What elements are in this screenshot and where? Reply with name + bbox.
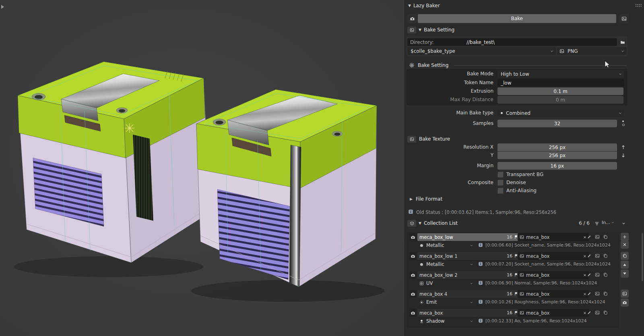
denoise-checkbox[interactable]: [497, 180, 504, 186]
row-name: meca_box_low 2: [419, 272, 505, 278]
channel-dropdown[interactable]: Emit: [417, 299, 475, 306]
clear-target-icon[interactable]: [583, 254, 587, 258]
row-name: meca_box: [419, 310, 505, 316]
duplicate-button[interactable]: [621, 252, 629, 260]
samples-field[interactable]: 32: [497, 120, 617, 127]
token-name-field[interactable]: _low: [497, 79, 624, 87]
add-collection-button[interactable]: [621, 233, 629, 241]
brush-icon[interactable]: [587, 291, 592, 296]
extrusion-slider[interactable]: 0.1 m: [497, 87, 623, 95]
info-icon: [478, 280, 483, 285]
arrow-up-icon[interactable]: [621, 145, 626, 150]
collection-row[interactable]: meca_box_low 2 16: [417, 271, 520, 279]
directory-field[interactable]: Directory: //bake_test\: [407, 38, 617, 46]
target-field[interactable]: meca_box: [518, 309, 589, 317]
target-field[interactable]: meca_box: [518, 233, 589, 241]
brush-icon[interactable]: [587, 253, 592, 258]
image-icon: [559, 49, 564, 54]
viewport-3d[interactable]: [0, 0, 405, 336]
image-icon: [407, 136, 416, 143]
image-icon[interactable]: [595, 272, 600, 277]
target-field[interactable]: meca_box: [518, 271, 589, 279]
panel-header[interactable]: ▼ Lazy Baker: [408, 3, 440, 8]
arrow-down-icon[interactable]: [621, 153, 626, 158]
name-pattern-dropdown[interactable]: $colle_$bake_type: [407, 47, 556, 55]
target-field[interactable]: meca_box: [518, 252, 589, 260]
collection-row[interactable]: meca_box 16: [417, 309, 520, 317]
image-icon[interactable]: [595, 291, 600, 296]
triangle-down-icon: [622, 271, 627, 276]
target-field[interactable]: meca_box: [518, 290, 589, 298]
resolution-y-label: Y: [407, 151, 493, 159]
move-up-button[interactable]: [621, 261, 629, 269]
chevron-down-icon: [470, 244, 473, 247]
resolution-x-field[interactable]: 256 px: [497, 143, 617, 151]
open-directory-button[interactable]: [618, 38, 627, 46]
mouse-cursor: [605, 60, 611, 68]
clear-target-icon[interactable]: [583, 292, 587, 296]
copy-icon[interactable]: [603, 291, 608, 296]
camera-toggle-button[interactable]: [409, 233, 417, 241]
image-slot-button[interactable]: [621, 290, 629, 298]
clear-target-icon[interactable]: [583, 311, 587, 315]
brush-icon[interactable]: [587, 272, 592, 277]
filter-type-dropdown[interactable]: In...: [602, 220, 615, 225]
margin-field[interactable]: 16 px: [497, 162, 617, 170]
collection-row[interactable]: meca_box_low 1 16: [417, 252, 520, 260]
bake-texture-title: Bake Texture: [419, 136, 450, 142]
image-icon[interactable]: [595, 234, 600, 239]
bake-mode-dropdown[interactable]: High to Low: [497, 70, 624, 78]
brush-icon[interactable]: [587, 310, 592, 315]
remove-collection-button[interactable]: [621, 241, 629, 249]
copy-icon[interactable]: [603, 234, 608, 239]
anti-aliasing-checkbox[interactable]: [497, 188, 504, 194]
camera-toggle-button[interactable]: [409, 271, 417, 279]
main-bake-type-dropdown[interactable]: Combined: [497, 109, 624, 117]
copy-icon[interactable]: [603, 310, 608, 315]
transparent-bg-checkbox[interactable]: [497, 172, 504, 178]
collection-list-header[interactable]: ▼ Collection List: [407, 220, 458, 227]
camera-toggle-button[interactable]: [409, 290, 417, 298]
channel-dropdown[interactable]: Metallic: [417, 242, 475, 249]
row-count: 16: [507, 310, 512, 315]
scrollbar[interactable]: [642, 233, 643, 281]
keyframe-dot-icon[interactable]: [622, 124, 625, 126]
token-name-label: Token Name: [407, 79, 493, 87]
bake-camera-button[interactable]: [407, 14, 417, 23]
transparent-bg-label: Transparent BG: [506, 171, 543, 178]
image-icon[interactable]: [595, 310, 600, 315]
keyframe-dot-icon[interactable]: [622, 120, 624, 122]
bake-setting-panel-header[interactable]: ▼ Bake Setting: [407, 26, 454, 33]
brush-icon[interactable]: [587, 234, 592, 239]
camera-toggle-button[interactable]: [409, 252, 417, 260]
texture-icon: [520, 254, 524, 258]
channel-dropdown[interactable]: Shadow: [417, 317, 475, 325]
light-gizmo[interactable]: [125, 123, 134, 133]
row-count: 16: [507, 272, 512, 278]
channel-dropdown[interactable]: UV: [417, 280, 475, 287]
file-format-header[interactable]: ▶ File Format: [410, 196, 442, 202]
collapse-filter-icon[interactable]: [621, 221, 626, 226]
max-ray-slider[interactable]: 0 m: [497, 96, 623, 104]
render-result-button[interactable]: [619, 14, 629, 23]
render-slot-button[interactable]: [621, 299, 629, 307]
panel-grip-icon[interactable]: [635, 4, 642, 7]
clear-target-icon[interactable]: [583, 235, 587, 239]
format-dropdown[interactable]: PNG: [557, 47, 627, 55]
bake-button[interactable]: Bake: [418, 14, 616, 23]
copy-icon[interactable]: [603, 253, 608, 258]
viewport-panel-toggle-icon[interactable]: [1, 5, 4, 9]
clear-target-icon[interactable]: [583, 273, 587, 277]
copy-icon[interactable]: [603, 272, 608, 277]
resolution-y-field[interactable]: 256 px: [497, 151, 617, 159]
directory-value: //bake_test\: [466, 39, 495, 45]
bake-texture-header[interactable]: Bake Texture: [407, 135, 450, 143]
collection-row[interactable]: meca_box_low 16: [417, 233, 520, 241]
image-icon[interactable]: [595, 253, 600, 258]
camera-toggle-button[interactable]: [409, 309, 417, 317]
filter-icon[interactable]: [594, 221, 600, 226]
collection-row[interactable]: meca_box 4 16: [417, 290, 520, 298]
move-down-button[interactable]: [621, 270, 629, 278]
channel-dropdown[interactable]: Metallic: [417, 261, 475, 268]
bake-setting-subheader[interactable]: Bake Setting: [409, 62, 448, 69]
